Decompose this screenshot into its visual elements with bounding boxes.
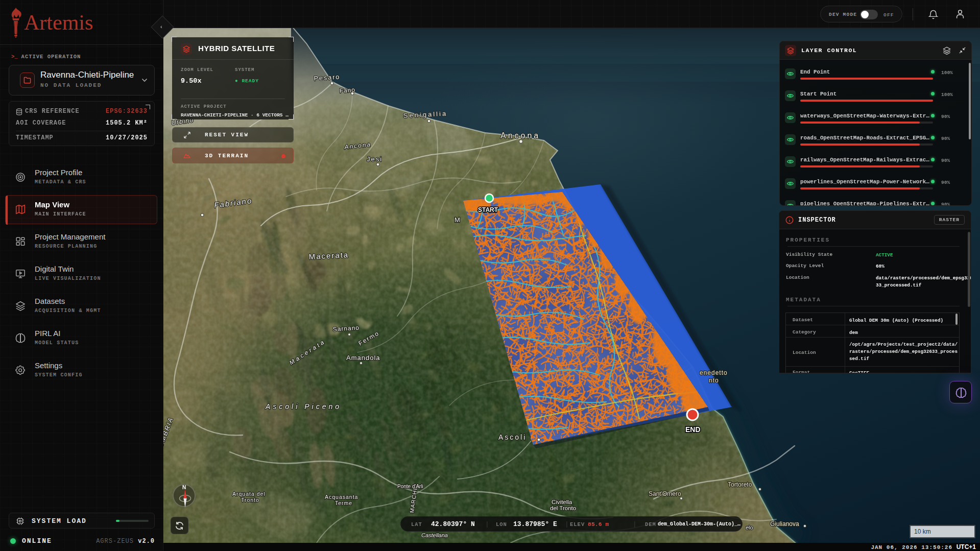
svg-text:elo: elo <box>746 524 753 531</box>
svg-text:END: END <box>685 425 701 434</box>
svg-text:Jesi: Jesi <box>367 155 383 163</box>
svg-text:Ascoli Piceno: Ascoli Piceno <box>265 402 342 411</box>
svg-text:Arquata del: Arquata del <box>232 491 266 497</box>
svg-text:Castellana: Castellana <box>421 532 448 538</box>
svg-text:nto: nto <box>709 377 719 384</box>
svg-text:Tortoreto: Tortoreto <box>728 481 752 488</box>
svg-text:Ancona: Ancona <box>500 131 540 140</box>
svg-text:Acquasanta: Acquasanta <box>325 494 358 500</box>
svg-text:Civitella: Civitella <box>552 499 572 505</box>
svg-text:Terme: Terme <box>335 500 352 506</box>
svg-text:START: START <box>478 206 498 213</box>
svg-text:Giulianova: Giulianova <box>770 520 799 528</box>
svg-text:enedetto: enedetto <box>700 369 728 376</box>
svg-text:M: M <box>455 216 461 224</box>
svg-text:Tronto: Tronto <box>241 497 259 503</box>
svg-text:Sant'Omero: Sant'Omero <box>649 490 681 497</box>
svg-text:Amandola: Amandola <box>346 354 380 362</box>
svg-text:Ponte d'Arli: Ponte d'Arli <box>397 484 423 489</box>
svg-text:del Tronto: del Tronto <box>550 505 576 511</box>
